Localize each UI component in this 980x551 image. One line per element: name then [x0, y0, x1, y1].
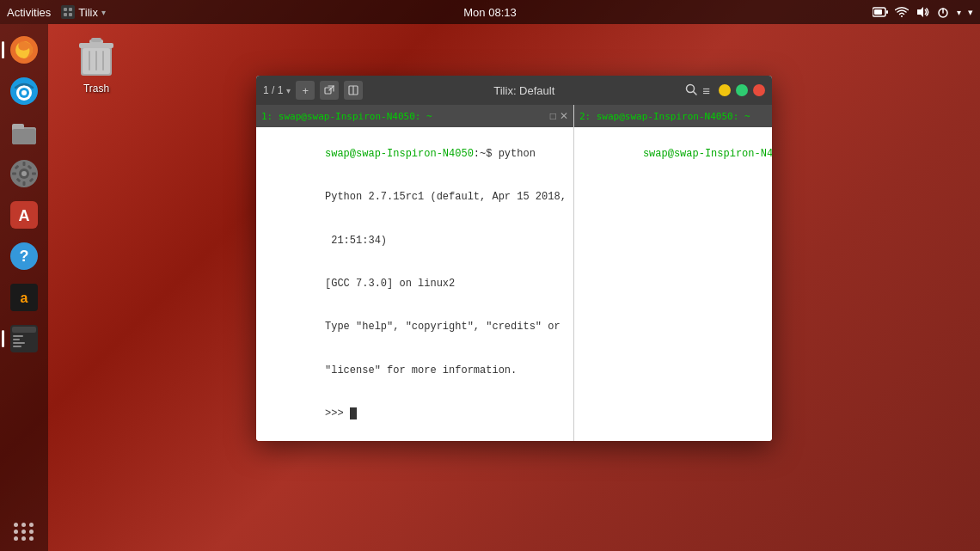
terminal-line-4: [GCC 7.3.0] on linux2	[263, 262, 567, 305]
cmd-1: :~$ python	[474, 148, 536, 160]
svg-text:a: a	[21, 291, 28, 305]
tilix-menu[interactable]: Tilix ▾	[61, 5, 106, 19]
terminal-line-6: "license" for more information.	[263, 349, 567, 392]
pane-2-terminal[interactable]: swap@swap-Inspiron-N4050:~$	[574, 127, 772, 441]
activities-button[interactable]: Activities	[7, 6, 51, 19]
terminal-pane-1: 1: swap@swap-Inspiron-N4050: ~ □ ✕ swap@…	[256, 105, 574, 441]
terminal-line-2: Python 2.7.15rc1 (default, Apr 15 2018,	[263, 175, 567, 218]
terminal-pane2-line-1: swap@swap-Inspiron-N4050:~$	[581, 132, 772, 175]
dock-item-thunderbird[interactable]	[5, 72, 43, 110]
svg-rect-41	[13, 346, 21, 347]
wifi-icon[interactable]	[895, 6, 909, 18]
svg-rect-1	[69, 8, 72, 11]
trash-icon	[76, 34, 117, 79]
prompt-1: swap@swap-Inspiron-N4050	[325, 148, 474, 160]
show-apps-button[interactable]	[14, 523, 34, 541]
output-2: 21:51:34)	[325, 235, 387, 247]
output-5: "license" for more information.	[325, 364, 517, 377]
window-controls	[719, 84, 765, 96]
svg-rect-50	[325, 88, 331, 94]
svg-text:?: ?	[20, 248, 29, 265]
dock-item-files[interactable]	[5, 113, 43, 151]
minimize-button[interactable]	[719, 84, 731, 96]
add-tab-button[interactable]: +	[296, 81, 315, 100]
output-1: Python 2.7.15rc1 (default, Apr 15 2018,	[325, 191, 567, 203]
svg-text:A: A	[19, 207, 30, 224]
cursor-1	[350, 407, 357, 419]
help-icon: ?	[9, 241, 40, 272]
pane-1-maximize[interactable]: □	[550, 110, 556, 122]
tab-info: 1 / 1 ▾	[263, 84, 291, 96]
maximize-button[interactable]	[736, 84, 748, 96]
pane-1-close[interactable]: ✕	[560, 110, 568, 122]
tilix-menu-chevron[interactable]: ▾	[101, 8, 106, 17]
svg-rect-49	[102, 51, 104, 70]
files-icon	[9, 117, 40, 148]
pane-2-header: 2: swap@swap-Inspiron-N4050: ~ □ ✕	[574, 105, 772, 127]
power-menu-chevron[interactable]: ▾	[968, 7, 973, 18]
search-button[interactable]	[685, 83, 697, 98]
hamburger-menu[interactable]: ≡	[702, 83, 710, 98]
svg-rect-47	[89, 51, 90, 70]
output-4: Type "help", "copyright", "credits" or	[325, 321, 560, 333]
svg-rect-37	[12, 327, 36, 333]
svg-marker-7	[917, 7, 923, 17]
pane-1-terminal[interactable]: swap@swap-Inspiron-N4050:~$ python Pytho…	[256, 127, 573, 441]
dock-item-help[interactable]: ?	[5, 237, 43, 275]
topbar-right: ▾ ▾	[873, 6, 973, 18]
tab-dropdown[interactable]: ▾	[286, 86, 291, 95]
svg-point-21	[21, 171, 27, 176]
split-button[interactable]	[344, 81, 363, 100]
svg-rect-0	[64, 8, 67, 11]
terminal-line-3: 21:51:34)	[263, 219, 567, 262]
terminal-icon	[9, 323, 40, 354]
svg-rect-18	[12, 129, 36, 144]
svg-rect-6	[874, 9, 882, 15]
output-3: [GCC 7.3.0] on linux2	[325, 278, 455, 290]
power-icon[interactable]	[936, 6, 950, 18]
dock: A ? a	[0, 24, 48, 551]
dock-item-settings[interactable]	[5, 155, 43, 193]
output-6: >>>	[325, 407, 350, 419]
svg-rect-3	[69, 13, 72, 16]
pane-1-title-text: 1: swap@swap-Inspiron-N4050: ~	[261, 111, 432, 122]
dock-item-software[interactable]: A	[5, 196, 43, 234]
dock-item-amazon[interactable]: a	[5, 279, 43, 316]
sound-icon[interactable]	[916, 6, 929, 18]
pane-2-title: 2: swap@swap-Inspiron-N4050: ~	[579, 111, 772, 122]
svg-rect-23	[23, 181, 26, 186]
svg-rect-24	[12, 173, 16, 175]
svg-line-54	[694, 91, 697, 95]
svg-rect-46	[91, 38, 101, 42]
svg-rect-2	[64, 13, 67, 16]
tilix-label: Tilix	[78, 6, 98, 19]
tilix-window-title: Tilix: Default	[368, 84, 680, 97]
detach-button[interactable]	[320, 81, 339, 100]
terminal-line-7: >>>	[263, 392, 567, 435]
trash-label: Trash	[83, 83, 109, 95]
svg-point-14	[21, 90, 27, 95]
tilix-window: 1 / 1 ▾ + Tilix: Default ≡	[256, 76, 772, 441]
pane-1-header: 1: swap@swap-Inspiron-N4050: ~ □ ✕	[256, 105, 573, 127]
svg-rect-48	[95, 51, 97, 70]
terminal-line-1: swap@swap-Inspiron-N4050:~$ python	[263, 132, 567, 175]
dock-item-firefox[interactable]	[5, 31, 43, 69]
svg-rect-39	[13, 339, 20, 340]
thunderbird-icon	[9, 76, 40, 107]
dock-item-terminal[interactable]	[5, 320, 43, 358]
tilix-app-icon	[61, 5, 75, 19]
terminal-line-5: Type "help", "copyright", "credits" or	[263, 306, 567, 349]
terminal-panes: 1: swap@swap-Inspiron-N4050: ~ □ ✕ swap@…	[256, 105, 772, 441]
close-button[interactable]	[753, 84, 765, 96]
pane-2-title-text: 2: swap@swap-Inspiron-N4050: ~	[579, 111, 750, 122]
battery-icon[interactable]	[873, 6, 888, 18]
topbar: Activities Tilix ▾ Mon 08:13	[0, 0, 980, 24]
software-icon: A	[9, 199, 40, 230]
pane-1-title: 1: swap@swap-Inspiron-N4050: ~	[261, 111, 547, 122]
svg-rect-40	[13, 342, 25, 344]
svg-rect-5	[886, 10, 888, 14]
svg-rect-25	[32, 173, 36, 175]
trash-desktop-icon[interactable]: Trash	[66, 34, 126, 95]
topbar-left: Activities Tilix ▾	[7, 5, 106, 19]
settings-icon	[9, 158, 40, 189]
